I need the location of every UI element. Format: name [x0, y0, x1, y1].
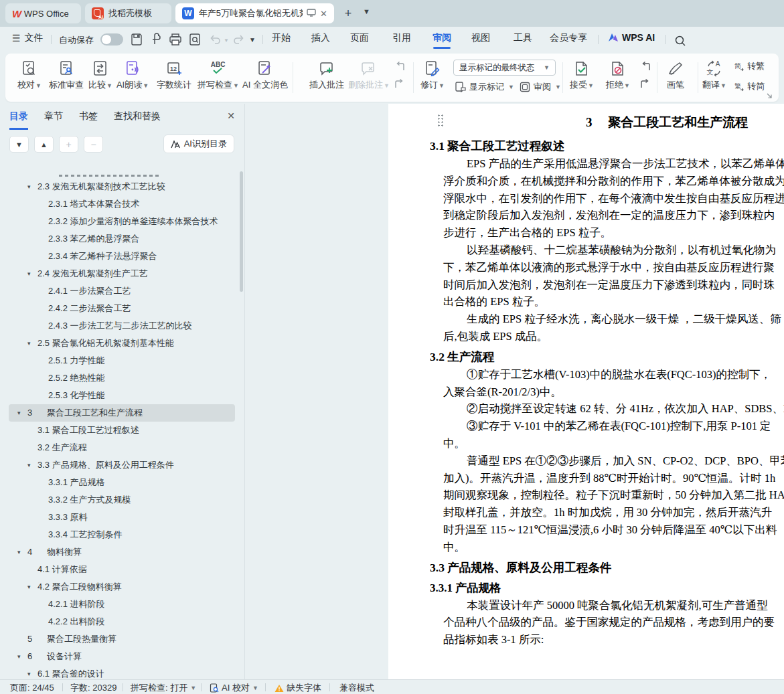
toc-item[interactable]: 3.3.2 生产方式及规模: [9, 491, 235, 509]
doc-line[interactable]: 3.3.1 产品规格: [388, 577, 784, 597]
search-icon[interactable]: [674, 34, 687, 48]
tab-contents[interactable]: 目录: [9, 110, 28, 130]
collapse-up-button[interactable]: ▲: [34, 136, 54, 153]
doc-line[interactable]: 入聚合釜(R-201/2/3)中。: [388, 383, 784, 401]
menu-review[interactable]: 审阅: [433, 32, 451, 44]
to-traditional-button[interactable]: 简 转繁: [733, 60, 765, 72]
translate-button[interactable]: 文A 翻译▼: [702, 58, 726, 91]
tab-document[interactable]: W 年产5万吨聚合氯化铝无机絮凝 ✕: [175, 3, 334, 23]
page-indicator[interactable]: 页面: 24/45: [10, 682, 54, 694]
file-menu[interactable]: ☰ 文件: [12, 32, 44, 44]
compatibility-mode-indicator[interactable]: 兼容模式: [339, 682, 374, 694]
toc-item[interactable]: 2.4.2 二步法聚合工艺: [9, 300, 235, 317]
doc-line[interactable]: 生成的 EPS 粒子经水洗，离心脱水一级干燥 ，二级干燥风送、筛: [388, 311, 784, 328]
toc-item[interactable]: ▾2.4 发泡无机絮凝剂生产工艺: [9, 265, 235, 282]
toc-item[interactable]: 2.5.1 力学性能: [9, 352, 235, 369]
toc-item[interactable]: ▾4 物料衡算: [9, 543, 235, 561]
ai-polish-button[interactable]: AI 全文润色: [242, 58, 288, 91]
toc-item[interactable]: ▾3.3 产品规格、原料及公用工程条件: [9, 456, 235, 474]
doc-line[interactable]: ②启动搅拌至设定转速 62 转、分 41Hz，依次加入 HAP、SDBS、D: [388, 400, 784, 418]
sidebar-scrollbar[interactable]: [240, 171, 243, 292]
doc-line[interactable]: 出合格的 EPS 粒子。: [388, 293, 784, 311]
toc-item[interactable]: 2.4.1 一步法聚合工艺: [9, 282, 235, 300]
doc-line[interactable]: 步进行，生产出合格的 EPS 粒子。: [388, 224, 784, 242]
toc-item[interactable]: ▾4.1 计算依据: [9, 561, 235, 578]
next-comment-icon[interactable]: [392, 76, 407, 93]
sidebar-close-icon[interactable]: ✕: [227, 110, 235, 121]
menu-view[interactable]: 视图: [471, 32, 490, 44]
word-count-indicator[interactable]: 字数: 20329: [70, 682, 116, 694]
export-pdf-icon[interactable]: [150, 33, 163, 46]
track-changes-button[interactable]: 修订▼: [420, 58, 445, 91]
tab-bookmarks[interactable]: 书签: [79, 110, 98, 130]
collapse-triangle-icon[interactable]: ▾: [17, 410, 27, 416]
doc-line[interactable]: ①贮存于工艺水槽(V-103)中的脱盐水在表(FQC-103)的控制下，: [388, 366, 784, 383]
previous-change-icon[interactable]: [638, 58, 653, 76]
doc-line[interactable]: 到稳定阶段后加入发泡剂，发泡剂在一定的温度压力下，渗到珠粒内: [388, 207, 784, 224]
doc-line[interactable]: 3.3 产品规格、原料及公用工程条件: [388, 556, 784, 577]
doc-line[interactable]: 后,包装成 EPS 成品。: [388, 328, 784, 345]
collapse-triangle-icon[interactable]: ▾: [27, 340, 37, 347]
collapse-triangle-icon[interactable]: ▾: [27, 183, 37, 190]
toc-item[interactable]: 3.3.3 原料: [9, 509, 235, 526]
save-icon[interactable]: [130, 33, 143, 46]
collapse-triangle-icon[interactable]: ▾: [17, 653, 27, 660]
ribbon-expand-icon[interactable]: [766, 90, 773, 102]
toc-item[interactable]: ▾6 设备计算: [9, 648, 235, 665]
toc-item-clipped[interactable]: [9, 171, 235, 178]
menu-page[interactable]: 页面: [350, 32, 369, 44]
doc-line[interactable]: 以羟基磷酸钙、十二烷基苯磺酸钠为分散剂，以有机过氧化物为: [388, 242, 784, 259]
new-tab-button[interactable]: +: [340, 5, 356, 21]
tab-find-replace[interactable]: 查找和替换: [114, 110, 161, 130]
toc-item[interactable]: 2.5.3 化学性能: [9, 387, 235, 404]
redo-icon[interactable]: [232, 33, 245, 46]
doc-line[interactable]: 封取样孔盖，并放空。1h 时加戊烷，用 30 分钟加完，然后开蒸汽升: [388, 504, 784, 521]
doc-line[interactable]: 3.1 聚合工段工艺过程叙述: [388, 135, 784, 155]
doc-line[interactable]: 本装置设计年产 50000 吨聚合氯化铝无机絮凝剂,可生产普通型: [388, 597, 784, 614]
toc-item[interactable]: 2.5.2 绝热性能: [9, 369, 235, 387]
collapse-triangle-icon[interactable]: ▾: [27, 270, 37, 277]
tab-wps-office[interactable]: W WPS Office: [5, 3, 81, 23]
toc-item[interactable]: ▾4.2 聚合工段物料衡算: [9, 578, 235, 596]
standard-review-button[interactable]: 标准审查: [49, 58, 84, 91]
doc-line[interactable]: EPS 产品的生产采用低温悬浮聚合一步法工艺技术，以苯乙烯单体: [388, 155, 784, 173]
tab-chapters[interactable]: 章节: [44, 110, 63, 130]
previous-comment-icon[interactable]: [392, 58, 407, 76]
to-simplified-button[interactable]: 繁 转简: [733, 80, 765, 92]
doc-line[interactable]: 个品种八个品级的产品。鉴于国家规定的产品规格，考虑到用户的要: [388, 614, 784, 631]
doc-line[interactable]: 时间后加入发泡剂，发泡剂在一定温度压力下渗透到珠粒内，同时珠: [388, 276, 784, 294]
collapse-triangle-icon[interactable]: ▾: [27, 671, 37, 677]
missing-font-warning[interactable]: 缺失字体: [275, 682, 321, 694]
expand-down-button[interactable]: ▼: [9, 136, 29, 153]
autosave-toggle[interactable]: [100, 33, 123, 46]
zoom-out-button[interactable]: −: [84, 136, 103, 153]
menu-tools[interactable]: 工具: [514, 32, 532, 44]
toc-item[interactable]: 2.4.3 一步法工艺与二步法工艺的比较: [9, 317, 235, 335]
doc-line[interactable]: 加入)。开蒸汽升温，温度升到 88℃时开始计时。90℃恒温。计时 1h: [388, 470, 784, 487]
next-change-icon[interactable]: [638, 76, 653, 93]
toc-item[interactable]: 3.3.4 工艺控制条件: [9, 526, 235, 543]
doc-line[interactable]: 3.2 生产流程: [388, 345, 784, 366]
print-preview-icon[interactable]: [188, 33, 202, 46]
ai-proofread-status[interactable]: AI 校对▼: [210, 682, 258, 694]
collapse-triangle-icon[interactable]: ▾: [27, 462, 37, 468]
doc-line[interactable]: 普通型 EPS 在①②③步骤后，加入 SN、CP-O2、DCP、BPO、甲苯(: [388, 452, 784, 470]
menu-home[interactable]: 开始: [272, 32, 291, 44]
more-commands-chevron-icon[interactable]: ▼: [249, 36, 256, 44]
toc-item[interactable]: 3.3.1 产品规格: [9, 474, 235, 491]
doc-line[interactable]: 中。: [388, 539, 784, 556]
collapse-triangle-icon[interactable]: ▾: [17, 549, 27, 555]
wps-ai-button[interactable]: WPS AI: [608, 32, 655, 43]
ink-brush-button[interactable]: 画笔: [667, 58, 684, 91]
ai-read-button[interactable]: AI朗读▼: [116, 58, 149, 91]
insert-comment-button[interactable]: 插入批注: [309, 58, 344, 91]
toc-item[interactable]: 2.3.1 塔式本体聚合技术: [9, 195, 235, 213]
undo-chevron-icon[interactable]: ▼: [224, 37, 229, 44]
tab-docer-templates[interactable]: AI 找稻壳模板: [85, 3, 171, 23]
proofread-button[interactable]: 校对▼: [17, 58, 42, 91]
undo-icon[interactable]: [209, 33, 222, 46]
doc-line[interactable]: ③贮存于 V-101 中的苯乙稀在表(FQC-101)控制下,用泵 P-101 …: [388, 418, 784, 435]
toc-item[interactable]: 2.3.4 苯乙烯种子法悬浮聚合: [9, 248, 235, 265]
paragraph-drag-handle-icon[interactable]: [437, 114, 444, 126]
delete-comment-button[interactable]: 删除批注▼: [348, 58, 390, 91]
